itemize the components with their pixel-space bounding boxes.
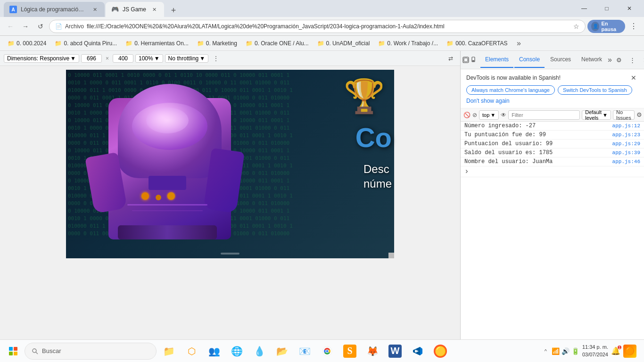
- throttle-dropdown[interactable]: No throttling ▼: [165, 54, 209, 63]
- profile-button[interactable]: 👤 En pausa: [587, 20, 625, 33]
- new-tab-button[interactable]: +: [167, 4, 180, 17]
- taskbar-app-dropbox[interactable]: 💧: [249, 341, 270, 362]
- taskbar-app-s[interactable]: S: [339, 341, 360, 362]
- tray-datetime[interactable]: 11:34 p. m. 03/07/2024: [582, 344, 608, 358]
- tab-network[interactable]: Network: [577, 52, 607, 68]
- taskbar-app-vscode[interactable]: [407, 341, 428, 362]
- search-icon: [32, 348, 38, 354]
- maximize-button[interactable]: □: [596, 1, 618, 16]
- bookmark-quinta-piru[interactable]: 📁 0. abcd Quinta Piru...: [51, 39, 121, 48]
- bookmark-oracle-one[interactable]: 📁 0. Oracle ONE / Alu...: [242, 39, 313, 48]
- tray-icons: 📶 🔊 🔋: [552, 347, 579, 355]
- console-link-4[interactable]: app.js:46: [612, 159, 640, 165]
- console-settings-button[interactable]: ⚙: [636, 110, 642, 120]
- notification-bell[interactable]: 🔔 1: [611, 346, 620, 355]
- tab-elements[interactable]: Elements: [480, 52, 513, 68]
- rotate-icon[interactable]: ⇄: [445, 53, 456, 64]
- bookmark-folder-icon: 📁: [8, 40, 15, 47]
- browser-menu-button[interactable]: ⋮: [627, 20, 640, 33]
- devtools-device-button[interactable]: [470, 54, 477, 66]
- bookmark-work[interactable]: 📁 0. Work / Trabajo /...: [374, 39, 442, 48]
- tray-sound-icon[interactable]: 🔊: [561, 347, 570, 355]
- forward-button[interactable]: →: [19, 20, 32, 33]
- tab1-title: Lógica de programación: sume…: [21, 6, 87, 13]
- bookmarks-overflow-button[interactable]: »: [513, 38, 524, 49]
- resize-handle[interactable]: [388, 253, 394, 258]
- bookmark-unadm[interactable]: 📁 0. UnADM_oficial: [314, 39, 374, 48]
- issues-badge[interactable]: No Issues: [613, 110, 635, 120]
- tab-sources[interactable]: Sources: [545, 52, 576, 68]
- switch-spanish-button[interactable]: Switch DevTools to Spanish: [558, 85, 632, 95]
- tab1-close[interactable]: ✕: [91, 5, 99, 14]
- bookmark-marketing[interactable]: 📁 0. Marketing: [193, 39, 241, 48]
- tab-jsgame[interactable]: 🎮 JS Game ✕: [106, 2, 164, 17]
- tab2-close[interactable]: ✕: [150, 5, 158, 14]
- bookmark-star[interactable]: ☆: [573, 23, 579, 30]
- tab-logica[interactable]: A Lógica de programación: sume… ✕: [4, 2, 105, 17]
- svg-rect-6: [9, 352, 13, 355]
- start-button[interactable]: [4, 342, 23, 361]
- taskbar-app-edge[interactable]: 🌐: [226, 341, 247, 362]
- back-button[interactable]: ←: [4, 20, 17, 33]
- bookmark-folder-icon-2: 📁: [55, 40, 62, 47]
- bookmark-herramientas[interactable]: 📁 0. Herramientas On...: [122, 39, 192, 48]
- svg-line-9: [36, 352, 38, 354]
- console-expand-row[interactable]: ›: [461, 166, 644, 177]
- console-filter-button[interactable]: ⊘: [472, 110, 477, 120]
- taskbar-app-chrome[interactable]: [317, 341, 338, 362]
- taskbar-search[interactable]: Buscar: [25, 343, 157, 360]
- taskbar-app-word[interactable]: W: [385, 341, 405, 362]
- address-bar: ← → ↺ 📄 Archivo file:///E:/Oracle%20ONE%…: [0, 17, 644, 36]
- viewport-more-options[interactable]: ⋮: [210, 53, 222, 64]
- minimize-button[interactable]: —: [573, 1, 595, 16]
- console-filter-input[interactable]: [508, 110, 580, 120]
- game-title: Co: [355, 124, 392, 151]
- devtools-more-button[interactable]: ⋮: [626, 54, 638, 66]
- bookmark-cazaofertas[interactable]: 📁 000. CazaOFERTAS: [443, 39, 511, 48]
- tray-time: 11:34 p. m.: [582, 344, 608, 351]
- dont-show-button[interactable]: Don't show again: [466, 98, 638, 104]
- context-dropdown[interactable]: top ▼: [479, 110, 499, 120]
- taskbar-app-mail[interactable]: 📧: [294, 341, 315, 362]
- address-input[interactable]: 📄 Archivo file:///E:/Oracle%20ONE%20&%20…: [49, 20, 586, 33]
- notification-close[interactable]: ✕: [629, 73, 638, 82]
- notification-buttons: Always match Chrome's language Switch De…: [466, 85, 638, 95]
- viewport-height-input[interactable]: [113, 54, 133, 63]
- console-link-3[interactable]: app.js:39: [612, 150, 640, 156]
- taskbar-app-extra[interactable]: 🟡: [430, 341, 451, 362]
- tray-extra[interactable]: 🟠: [623, 345, 636, 358]
- tray-wifi-icon[interactable]: 📶: [552, 347, 560, 355]
- levels-label: Default levels: [585, 109, 602, 121]
- devtools-close-button[interactable]: ✕: [639, 54, 644, 66]
- tray-battery-icon[interactable]: 🔋: [571, 347, 579, 355]
- tab-console[interactable]: Console: [514, 52, 545, 68]
- close-button[interactable]: ✕: [619, 1, 640, 16]
- levels-dropdown[interactable]: Default levels ▼: [582, 110, 611, 120]
- trophy-icon: 🏆: [344, 77, 385, 115]
- taskbar-app-sublime[interactable]: ⬡: [181, 341, 202, 362]
- eye-button[interactable]: 👁: [501, 110, 506, 120]
- taskbar-app-firefox[interactable]: 🦊: [362, 341, 383, 362]
- viewport-width-input[interactable]: [81, 54, 102, 63]
- responsive-mode-dropdown[interactable]: Dimensions: Responsive ▼: [4, 54, 79, 63]
- devtools-controls: ⚙ ⋮ ✕: [613, 54, 644, 66]
- clear-console-button[interactable]: 🚫: [463, 110, 471, 120]
- devtools-header: Elements Console Sources Network » ⚙ ⋮ ✕: [461, 51, 644, 69]
- console-expand-icon[interactable]: ›: [464, 167, 469, 176]
- tray-chevron[interactable]: ^: [543, 346, 549, 356]
- devtools-tabs-overflow[interactable]: »: [608, 54, 612, 66]
- taskbar-app-explorer[interactable]: 📂: [272, 341, 292, 362]
- devtools-inspect-button[interactable]: [462, 54, 469, 66]
- match-language-button[interactable]: Always match Chrome's language: [466, 85, 555, 95]
- console-link-1[interactable]: app.js:23: [612, 132, 640, 138]
- taskbar-app-teams[interactable]: 👥: [204, 341, 224, 362]
- devtools-settings-button[interactable]: ⚙: [613, 54, 625, 66]
- console-link-2[interactable]: app.js:29: [612, 141, 640, 147]
- taskbar-app-files[interactable]: 📁: [158, 341, 179, 362]
- console-text-4: Nombre del usuario: JuanMa: [464, 158, 609, 165]
- zoom-dropdown[interactable]: 100% ▼: [135, 54, 163, 63]
- console-link-0[interactable]: app.js:12: [612, 123, 640, 129]
- page-content-area: 0 10000 011 0001 1 0010 0000 0 01 1 0110…: [0, 66, 460, 339]
- reload-button[interactable]: ↺: [34, 20, 47, 33]
- bookmark-000-2024[interactable]: 📁 0. 000.2024: [4, 39, 50, 48]
